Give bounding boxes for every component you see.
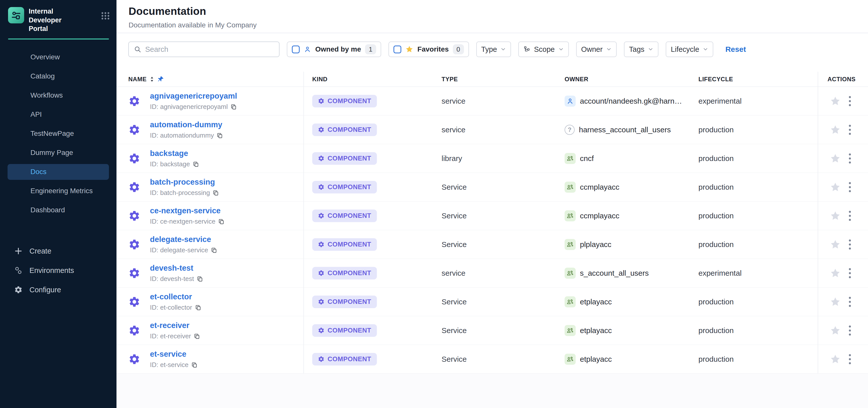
favorite-star-button[interactable]: [830, 96, 841, 107]
filter-dropdown-type[interactable]: Type: [476, 41, 511, 57]
main-content: Documentation Documentation available in…: [117, 0, 868, 408]
type-cell: library: [441, 144, 565, 172]
sidebar-footer-item-configure[interactable]: Configure: [0, 280, 117, 300]
owned-by-me-filter[interactable]: Owned by me 1: [287, 41, 381, 57]
kebab-menu-icon[interactable]: [848, 325, 851, 336]
entity-id: ID: et-receiver: [150, 332, 191, 340]
sidebar-footer-item-create[interactable]: Create: [0, 242, 117, 261]
entity-name-link[interactable]: agnivagenericrepoyaml: [150, 92, 237, 100]
kebab-menu-icon[interactable]: [848, 124, 851, 135]
pin-icon[interactable]: [157, 76, 164, 83]
copy-icon[interactable]: [197, 276, 203, 282]
star-icon: [830, 354, 841, 365]
favorites-filter[interactable]: Favorites 0: [389, 41, 469, 57]
kebab-menu-icon[interactable]: [848, 239, 851, 250]
sidebar-item-catalog[interactable]: Catalog: [7, 68, 109, 84]
favorites-checkbox[interactable]: [394, 45, 401, 53]
page-title: Documentation: [129, 5, 868, 18]
owner-label: etplayacc: [580, 355, 612, 364]
entity-name-link[interactable]: delegate-service: [150, 235, 211, 244]
sidebar-item-api[interactable]: API: [7, 107, 109, 123]
copy-icon[interactable]: [230, 104, 237, 110]
entity-id: ID: et-collector: [150, 304, 192, 311]
group-icon: [565, 296, 576, 307]
plus-icon: [14, 247, 23, 256]
sidebar-item-docs[interactable]: Docs: [7, 164, 109, 180]
kebab-menu-icon[interactable]: [848, 296, 851, 308]
component-gear-icon: [128, 152, 141, 164]
copy-icon[interactable]: [218, 218, 224, 225]
kebab-menu-icon[interactable]: [848, 95, 851, 107]
filter-dropdown-owner[interactable]: Owner: [576, 41, 617, 57]
group-icon: [565, 354, 576, 365]
favorite-star-button[interactable]: [830, 296, 841, 307]
entity-id: ID: et-service: [150, 361, 188, 369]
reset-filters-button[interactable]: Reset: [725, 45, 746, 54]
apps-grid-icon[interactable]: [101, 11, 110, 21]
filter-dropdown-tags[interactable]: Tags: [624, 41, 658, 57]
sidebar-item-dummy-page[interactable]: Dummy Page: [7, 145, 109, 161]
sidebar-item-dashboard[interactable]: Dashboard: [7, 202, 109, 218]
column-header-lifecycle: LIFECYCLE: [699, 72, 818, 87]
sidebar-item-testnewpage[interactable]: TestNewPage: [7, 126, 109, 142]
filter-dropdown-scope[interactable]: Scope: [518, 41, 568, 57]
name-cell: agnivagenericrepoyaml ID: agnivagenericr…: [117, 87, 304, 115]
star-icon: [830, 182, 841, 193]
favorite-star-button[interactable]: [830, 354, 841, 365]
copy-icon[interactable]: [213, 190, 219, 196]
favorite-star-button[interactable]: [830, 325, 841, 336]
owned-by-me-checkbox[interactable]: [292, 45, 300, 53]
favorite-star-button[interactable]: [830, 210, 841, 221]
sidebar-item-workflows[interactable]: Workflows: [7, 88, 109, 103]
filter-dropdown-lifecycle[interactable]: Lifecycle: [666, 41, 713, 57]
owner-label: etplayacc: [580, 297, 612, 306]
favorite-star-button[interactable]: [830, 239, 841, 250]
sidebar-item-engineering-metrics[interactable]: Engineering Metrics: [7, 183, 109, 199]
kebab-menu-icon[interactable]: [848, 268, 851, 279]
search-input[interactable]: [145, 45, 266, 54]
kind-badge: COMPONENT: [312, 267, 377, 279]
kebab-menu-icon[interactable]: [848, 210, 851, 222]
copy-icon[interactable]: [211, 247, 217, 253]
favorite-star-button[interactable]: [830, 268, 841, 279]
actions-cell: [818, 316, 868, 345]
sort-icon[interactable]: [150, 76, 154, 82]
name-cell: et-receiver ID: et-receiver: [117, 316, 304, 345]
copy-icon[interactable]: [193, 161, 199, 167]
entity-name-link[interactable]: ce-nextgen-service: [150, 206, 221, 215]
table-row: et-collector ID: et-collector COM: [117, 287, 868, 316]
copy-icon[interactable]: [217, 132, 223, 138]
owner-label: account/nandeesh.gk@harn…: [580, 97, 682, 105]
favorite-star-button[interactable]: [830, 182, 841, 193]
kebab-menu-icon[interactable]: [848, 153, 851, 164]
component-gear-icon: [128, 124, 141, 136]
kebab-menu-icon[interactable]: [848, 353, 851, 365]
entity-name-link[interactable]: batch-processing: [150, 178, 215, 186]
actions-cell: [818, 173, 868, 201]
entity-name-link[interactable]: backstage: [150, 149, 188, 158]
search-box[interactable]: [128, 41, 280, 57]
entity-name-link[interactable]: devesh-test: [150, 263, 193, 273]
sidebar-footer-item-environments[interactable]: Environments: [0, 261, 117, 280]
entity-id: ID: automationdummy: [150, 131, 214, 139]
entity-name-link[interactable]: et-service: [150, 350, 186, 358]
entity-name-link[interactable]: automation-dummy: [150, 120, 222, 129]
hexagons-icon: [14, 266, 23, 275]
entity-name-link[interactable]: et-collector: [150, 292, 192, 301]
copy-icon[interactable]: [194, 333, 200, 339]
component-gear-icon: [318, 212, 324, 219]
chevron-down-icon: [558, 46, 564, 52]
column-header-name[interactable]: NAME: [117, 72, 304, 87]
group-icon: [565, 239, 576, 250]
copy-icon[interactable]: [191, 362, 197, 368]
entity-name-link[interactable]: et-receiver: [150, 321, 189, 330]
name-cell: et-collector ID: et-collector: [117, 287, 304, 316]
favorite-star-button[interactable]: [830, 153, 841, 164]
kind-badge: COMPONENT: [312, 124, 377, 136]
sidebar-item-overview[interactable]: Overview: [7, 49, 109, 65]
kind-badge: COMPONENT: [312, 324, 377, 337]
copy-icon[interactable]: [195, 304, 201, 311]
actions-cell: [818, 201, 868, 230]
favorite-star-button[interactable]: [830, 124, 841, 135]
kebab-menu-icon[interactable]: [848, 181, 851, 193]
